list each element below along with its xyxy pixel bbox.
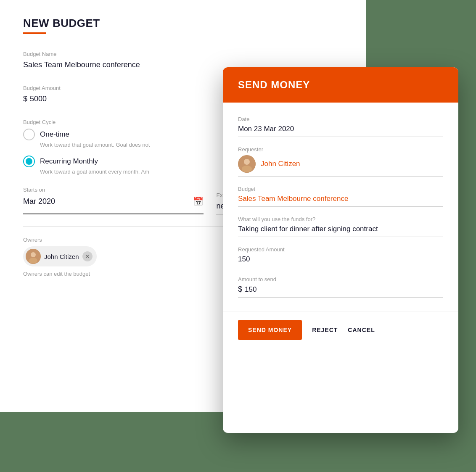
modal-header: SEND MONEY <box>223 67 458 103</box>
owner-avatar <box>26 249 41 264</box>
radio-recurring[interactable] <box>23 156 35 167</box>
modal-date-label: Date <box>238 116 443 122</box>
requester-name: John Citizen <box>261 160 300 168</box>
remove-owner-button[interactable]: ✕ <box>82 251 93 261</box>
title-underline <box>23 32 46 34</box>
modal-requested-amount-value: 150 <box>238 255 443 267</box>
modal-funds-label: What will you use the funds for? <box>238 216 443 222</box>
starts-on-field: Starts on Mar 2020 📅 <box>23 187 204 214</box>
modal-requester-label: Requester <box>238 146 443 153</box>
radio-recurring-label: Recurring Monthly <box>40 157 98 166</box>
modal-requester-field: Requester John Citizen <box>238 146 443 177</box>
modal-budget-value: Sales Team Melbourne conference <box>238 195 443 207</box>
amount-to-send-currency: $ <box>238 285 242 294</box>
svg-point-4 <box>244 159 250 165</box>
radio-onetime[interactable] <box>23 129 35 140</box>
modal-title: SEND MONEY <box>238 79 443 91</box>
modal-funds-value: Taking client for dinner after signing c… <box>238 225 443 237</box>
svg-point-2 <box>29 258 37 264</box>
modal-requested-amount-field: Requested Amount 150 <box>238 246 443 267</box>
starts-on-label: Starts on <box>23 187 204 193</box>
budget-amount-currency: $ <box>23 95 27 103</box>
radio-onetime-label: One-time <box>40 130 69 139</box>
svg-point-1 <box>31 252 36 257</box>
svg-point-5 <box>242 166 252 172</box>
reject-button[interactable]: REJECT <box>312 327 338 333</box>
modal-amount-to-send-field: Amount to send $ 150 <box>238 276 443 298</box>
modal-date-field: Date Mon 23 Mar 2020 <box>238 116 443 137</box>
modal-date-value: Mon 23 Mar 2020 <box>238 125 443 137</box>
page-title: NEW BUDGET <box>23 17 343 30</box>
modal-amount-to-send-label: Amount to send <box>238 276 443 282</box>
requester-avatar <box>238 155 256 173</box>
calendar-icon[interactable]: 📅 <box>193 196 204 206</box>
owner-name: John Citizen <box>44 253 79 260</box>
starts-on-value[interactable]: Mar 2020 <box>23 197 190 206</box>
owner-chip: John Citizen ✕ <box>23 246 97 266</box>
modal-budget-field: Budget Sales Team Melbourne conference <box>238 186 443 207</box>
requester-row: John Citizen <box>238 155 443 177</box>
budget-name-label: Budget Name <box>23 51 343 57</box>
amount-to-send-value[interactable]: 150 <box>245 285 257 294</box>
modal-funds-field: What will you use the funds for? Taking … <box>238 216 443 237</box>
modal-body: Date Mon 23 Mar 2020 Requester John Citi… <box>223 103 458 311</box>
send-money-button[interactable]: SEND MONEY <box>238 320 302 340</box>
modal-footer: SEND MONEY REJECT CANCEL <box>223 311 458 352</box>
modal-requested-amount-label: Requested Amount <box>238 246 443 253</box>
send-money-modal: SEND MONEY Date Mon 23 Mar 2020 Requeste… <box>223 67 458 433</box>
modal-budget-label: Budget <box>238 186 443 192</box>
cancel-button[interactable]: CANCEL <box>348 327 375 333</box>
